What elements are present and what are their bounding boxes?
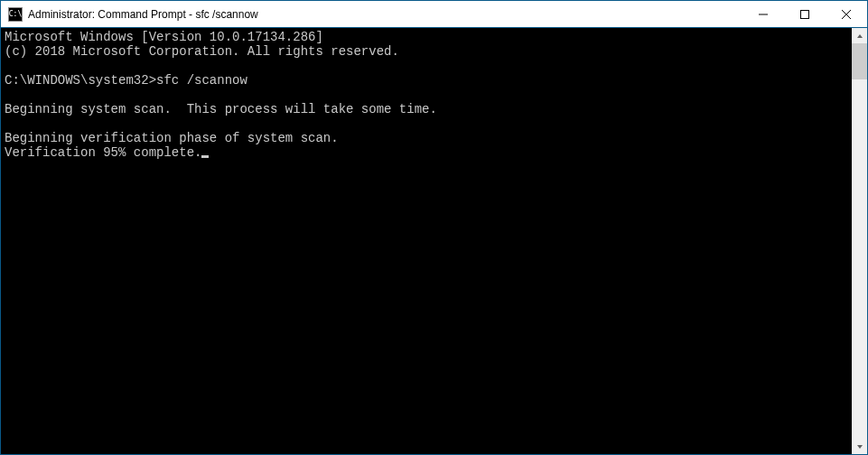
console-prompt-line: C:\WINDOWS\system32>sfc /scannow	[5, 73, 848, 88]
minimize-button[interactable]	[742, 1, 784, 27]
vertical-scrollbar[interactable]	[852, 28, 867, 454]
scroll-up-arrow-icon[interactable]	[852, 28, 867, 43]
console-line: (c) 2018 Microsoft Corporation. All righ…	[5, 44, 848, 59]
window-title: Administrator: Command Prompt - sfc /sca…	[28, 8, 258, 21]
console-output[interactable]: Microsoft Windows [Version 10.0.17134.28…	[1, 28, 852, 454]
console-line	[5, 59, 848, 73]
window-controls	[742, 1, 867, 27]
scroll-track[interactable]	[852, 43, 867, 439]
command-prompt-window: C:\ Administrator: Command Prompt - sfc …	[0, 0, 868, 455]
prompt-path: C:\WINDOWS\system32>	[5, 73, 156, 88]
command-text: sfc /scannow	[156, 73, 247, 88]
scroll-thumb[interactable]	[852, 43, 867, 79]
console-line: Verification 95% complete.	[5, 145, 848, 160]
console-line	[5, 116, 848, 131]
console-line	[5, 88, 848, 102]
content-area: Microsoft Windows [Version 10.0.17134.28…	[1, 28, 867, 454]
console-line: Microsoft Windows [Version 10.0.17134.28…	[5, 30, 848, 44]
titlebar[interactable]: C:\ Administrator: Command Prompt - sfc …	[1, 1, 867, 28]
progress-text: Verification 95% complete.	[5, 145, 201, 160]
maximize-button[interactable]	[784, 1, 826, 27]
svg-rect-1	[801, 10, 809, 18]
scroll-down-arrow-icon[interactable]	[852, 439, 867, 454]
close-button[interactable]	[826, 1, 867, 27]
cmd-icon: C:\	[8, 7, 23, 22]
console-line: Beginning verification phase of system s…	[5, 131, 848, 145]
console-line: Beginning system scan. This process will…	[5, 102, 848, 116]
text-cursor	[201, 155, 209, 158]
